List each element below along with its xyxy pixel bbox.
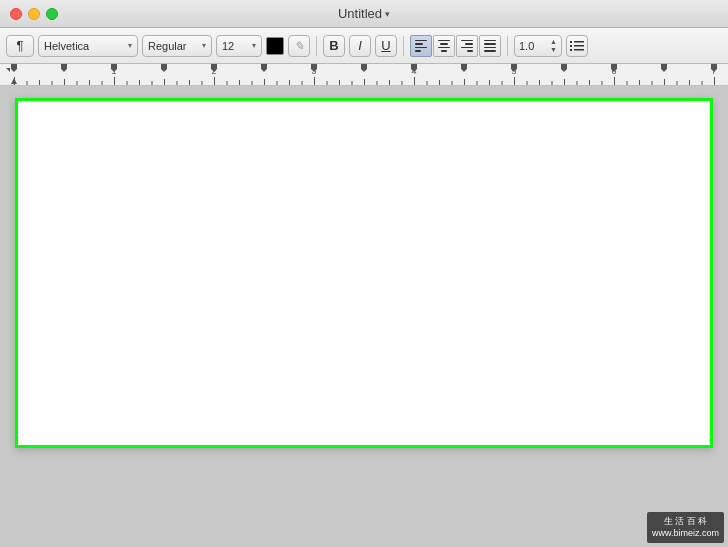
line-spacing-stepper: ▲ ▼	[550, 38, 557, 53]
close-button[interactable]	[10, 8, 22, 20]
svg-rect-5	[574, 49, 584, 51]
align-right-icon	[461, 40, 473, 52]
watermark: 生 活 百 科 www.bimeiz.com	[647, 512, 724, 543]
separator-3	[507, 36, 508, 56]
align-justify-icon	[484, 40, 496, 52]
svg-rect-2	[570, 45, 572, 47]
minimize-button[interactable]	[28, 8, 40, 20]
highlight-button[interactable]: ✎	[288, 35, 310, 57]
watermark-line1: 生 活 百 科	[652, 515, 719, 528]
font-style-label: Regular	[148, 40, 187, 52]
font-family-chevron-icon: ▾	[128, 41, 132, 50]
document-page[interactable]	[15, 98, 713, 448]
bold-button[interactable]: B	[323, 35, 345, 57]
align-justify-button[interactable]	[479, 35, 501, 57]
align-left-button[interactable]	[410, 35, 432, 57]
list-button[interactable]	[566, 35, 588, 57]
align-left-icon	[415, 40, 427, 52]
align-center-icon	[438, 40, 450, 52]
content-area[interactable]	[0, 86, 728, 547]
align-center-button[interactable]	[433, 35, 455, 57]
font-family-label: Helvetica	[44, 40, 89, 52]
list-icon	[570, 39, 584, 53]
svg-rect-3	[574, 45, 584, 47]
line-spacing-selector[interactable]: 1.0 ▲ ▼	[514, 35, 562, 57]
font-style-selector[interactable]: Regular ▾	[142, 35, 212, 57]
font-family-selector[interactable]: Helvetica ▾	[38, 35, 138, 57]
line-spacing-label: 1.0	[519, 40, 534, 52]
title-bar: Untitled ▾	[0, 0, 728, 28]
highlight-icon: ✎	[294, 39, 304, 53]
text-color-swatch[interactable]	[266, 37, 284, 55]
paragraph-button[interactable]: ¶	[6, 35, 34, 57]
maximize-button[interactable]	[46, 8, 58, 20]
toolbar: ¶ Helvetica ▾ Regular ▾ 12 ▾ ✎ B I U	[0, 28, 728, 64]
font-size-label: 12	[222, 40, 234, 52]
italic-button[interactable]: I	[349, 35, 371, 57]
separator-2	[403, 36, 404, 56]
ruler	[0, 64, 728, 86]
font-size-chevron-icon: ▾	[252, 41, 256, 50]
title-chevron-icon: ▾	[385, 9, 390, 19]
font-size-selector[interactable]: 12 ▾	[216, 35, 262, 57]
window-title: Untitled ▾	[338, 6, 390, 21]
svg-rect-0	[570, 41, 572, 43]
underline-button[interactable]: U	[375, 35, 397, 57]
separator-1	[316, 36, 317, 56]
align-right-button[interactable]	[456, 35, 478, 57]
traffic-lights	[10, 8, 58, 20]
svg-rect-4	[570, 49, 572, 51]
title-label: Untitled	[338, 6, 382, 21]
watermark-line2: www.bimeiz.com	[652, 527, 719, 540]
svg-rect-1	[574, 41, 584, 43]
font-style-chevron-icon: ▾	[202, 41, 206, 50]
ruler-canvas	[0, 64, 728, 85]
alignment-group	[410, 35, 501, 57]
